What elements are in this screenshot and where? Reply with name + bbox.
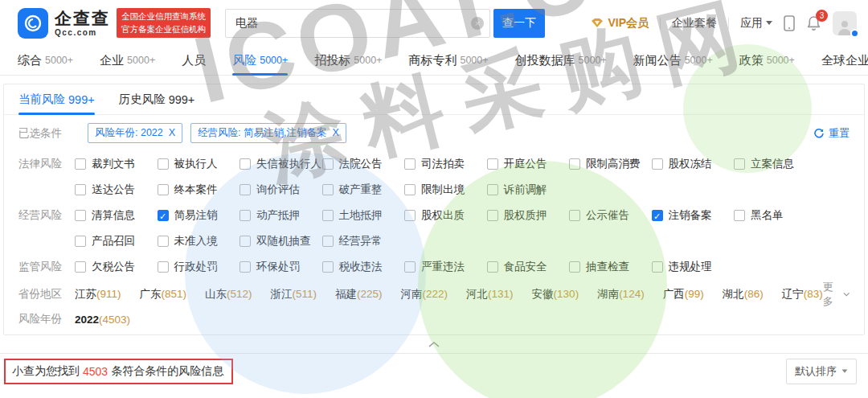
checkbox-法院公告[interactable]: 法院公告: [322, 157, 405, 171]
nav-tab-商标专利[interactable]: 商标专利5000+: [408, 46, 488, 76]
checkbox-食品安全[interactable]: 食品安全: [487, 260, 570, 274]
checkbox-双随机抽查[interactable]: 双随机抽查: [240, 234, 322, 248]
checkbox-公示催告[interactable]: 公示催告: [569, 208, 652, 223]
qcc-logo-icon[interactable]: [18, 8, 48, 39]
risk-year-value[interactable]: 2022(4503): [75, 314, 130, 326]
checkbox-送达公告[interactable]: 送达公告: [75, 183, 158, 197]
region-安徽[interactable]: 安徽(130): [532, 287, 579, 302]
checkbox-box: [652, 158, 663, 170]
checkbox-股权出质[interactable]: 股权出质: [404, 208, 487, 223]
region-江苏[interactable]: 江苏(911): [75, 287, 121, 302]
nav-tab-创投数据库[interactable]: 创投数据库5000+: [515, 46, 607, 76]
clear-search-icon[interactable]: ×: [471, 17, 484, 30]
checkbox-终本案件[interactable]: 终本案件: [158, 183, 240, 197]
nav-tab-count: 5000+: [354, 55, 382, 66]
checkbox-经营异常[interactable]: 经营异常: [322, 234, 405, 248]
checkbox-司法拍卖[interactable]: 司法拍卖: [404, 157, 487, 171]
nav-tab-政策[interactable]: 政策5000+: [739, 46, 795, 76]
checkbox-label: 失信被执行人: [256, 157, 321, 171]
checkbox-box: [240, 158, 251, 170]
checkbox-黑名单[interactable]: 黑名单: [734, 208, 817, 223]
search-button[interactable]: 查一下: [493, 9, 545, 38]
checkbox-box: [487, 158, 498, 170]
avatar[interactable]: [833, 11, 857, 35]
chevron-up-icon: [428, 341, 440, 348]
checkbox-严重违法[interactable]: 严重违法: [404, 260, 487, 274]
region-湖北[interactable]: 湖北(86): [723, 287, 764, 302]
region-河南[interactable]: 河南(222): [401, 287, 448, 302]
search-input[interactable]: [225, 9, 490, 38]
checkbox-税收违法[interactable]: 税收违法: [322, 260, 405, 274]
checkbox-开庭公告[interactable]: 开庭公告: [487, 157, 570, 171]
checkbox-被执行人[interactable]: 被执行人: [158, 157, 240, 171]
checkbox-box: [158, 184, 169, 195]
checkbox-label: 土地抵押: [339, 208, 383, 223]
chip-close-icon[interactable]: X: [169, 127, 175, 138]
checkbox-股权冻结[interactable]: 股权冻结: [652, 157, 735, 171]
notifications-button[interactable]: 3: [806, 15, 821, 31]
checkbox-行政处罚[interactable]: 行政处罚: [158, 260, 240, 274]
more-regions-link[interactable]: 更多: [823, 280, 850, 309]
checkbox-label: 询价评估: [256, 183, 300, 197]
region-filter-row: 省份地区 江苏(911)广东(851)山东(512)浙江(511)福建(225)…: [4, 281, 864, 307]
checkbox-土地抵押[interactable]: 土地抵押: [322, 208, 405, 223]
gov-badge-line1: 全国企业信用查询系统: [121, 10, 206, 23]
checkbox-限制高消费[interactable]: 限制高消费: [569, 157, 652, 171]
region-湖南[interactable]: 湖南(124): [597, 287, 645, 302]
nav-tab-新闻公告[interactable]: 新闻公告5000+: [633, 46, 713, 76]
gov-badge-line2: 官方备案企业征信机构: [121, 23, 206, 35]
region-name: 河南: [401, 288, 423, 300]
checkbox-label: 送达公告: [92, 183, 135, 197]
region-福建[interactable]: 福建(225): [335, 287, 383, 302]
nav-tab-全球企业[interactable]: 全球企业5000+: [821, 46, 868, 76]
checkbox-注销备案[interactable]: ✓注销备案: [652, 208, 735, 223]
checkbox-简易注销[interactable]: ✓简易注销: [158, 208, 240, 223]
header-menu: VIP会员 企业套餐 应用 3: [591, 11, 857, 35]
apps-menu[interactable]: 应用: [740, 16, 772, 31]
nav-tab-综合[interactable]: 综合5000+: [18, 46, 73, 76]
region-广东[interactable]: 广东(851): [140, 287, 187, 302]
risk-tab-当前风险[interactable]: 当前风险999+: [18, 84, 95, 115]
checkbox-清算信息[interactable]: 清算信息: [75, 208, 158, 223]
filter-group-label: 经营风险: [18, 208, 75, 223]
checkbox-欠税公告[interactable]: 欠税公告: [75, 260, 158, 274]
avatar-status-dot: [850, 29, 859, 38]
checkbox-失信被执行人[interactable]: 失信被执行人: [240, 157, 322, 171]
checkbox-动产抵押[interactable]: 动产抵押: [240, 208, 322, 223]
reset-button[interactable]: 重置: [813, 126, 850, 141]
vip-member-link[interactable]: VIP会员: [591, 16, 649, 31]
filter-chip[interactable]: 经营风险: 简易注销,注销备案X: [190, 123, 346, 143]
checkbox-违规处理[interactable]: 违规处理: [652, 260, 735, 274]
enterprise-package-link[interactable]: 企业套餐: [672, 16, 717, 31]
selected-chips: 风险年份: 2022X经营风险: 简易注销,注销备案X: [88, 123, 346, 143]
checkbox-产品召回[interactable]: 产品召回: [75, 234, 158, 248]
nav-tab-风险[interactable]: 风险5000+: [232, 46, 288, 76]
sort-dropdown[interactable]: 默认排序: [786, 359, 857, 384]
checkbox-限制出境[interactable]: 限制出境: [404, 183, 487, 197]
checkbox-抽查检查[interactable]: 抽查检查: [569, 260, 652, 274]
region-河北[interactable]: 河北(131): [466, 287, 514, 302]
chip-close-icon[interactable]: X: [333, 127, 339, 138]
region-浙江[interactable]: 浙江(511): [271, 287, 317, 302]
checkbox-立案信息[interactable]: 立案信息: [734, 157, 817, 171]
checkbox-诉前调解[interactable]: 诉前调解: [487, 183, 570, 197]
risk-tab-历史风险[interactable]: 历史风险999+: [119, 84, 195, 115]
region-广西[interactable]: 广西(99): [663, 287, 704, 302]
checkbox-股权质押[interactable]: 股权质押: [487, 208, 570, 223]
checkbox-box: [322, 158, 334, 170]
checkbox-询价评估[interactable]: 询价评估: [240, 183, 322, 197]
nav-tab-人员[interactable]: 人员: [182, 46, 206, 76]
chevron-down-icon: [766, 21, 772, 25]
nav-tab-企业[interactable]: 企业5000+: [100, 46, 155, 76]
region-辽宁[interactable]: 辽宁(83): [782, 287, 823, 302]
collapse-filters-button[interactable]: [0, 335, 868, 353]
region-山东[interactable]: 山东(512): [205, 287, 252, 302]
nav-tab-招投标[interactable]: 招投标5000+: [314, 46, 382, 76]
checkbox-破产重整[interactable]: 破产重整: [322, 183, 405, 197]
checkbox-未准入境[interactable]: 未准入境: [158, 234, 240, 248]
mobile-app-link[interactable]: [784, 15, 795, 31]
checkbox-裁判文书[interactable]: 裁判文书: [75, 157, 158, 171]
checkbox-环保处罚[interactable]: 环保处罚: [240, 260, 322, 274]
filter-chip[interactable]: 风险年份: 2022X: [88, 123, 182, 143]
chip-text: 风险年份: 2022: [95, 127, 163, 138]
